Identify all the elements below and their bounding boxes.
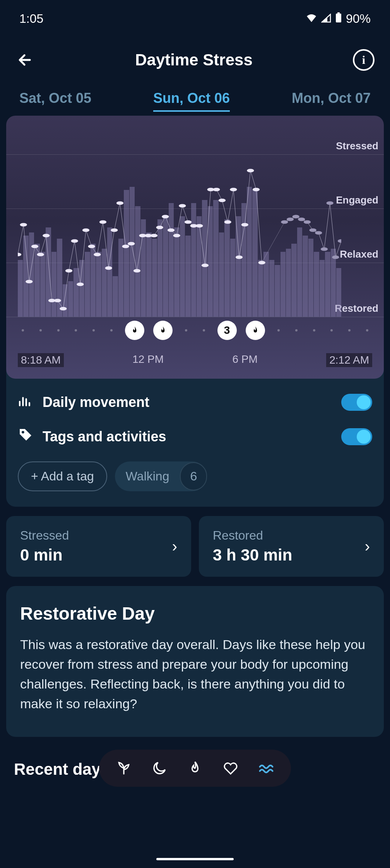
bars-icon	[18, 393, 33, 412]
svg-point-3	[20, 223, 27, 226]
plant-icon[interactable]	[115, 759, 133, 777]
date-tabs: Sat, Oct 05 Sun, Oct 06 Mon, Oct 07	[0, 82, 390, 112]
svg-point-20	[116, 201, 123, 205]
tab-current-day[interactable]: Sun, Oct 06	[153, 82, 230, 112]
svg-point-55	[332, 255, 339, 259]
battery-percent: 90%	[346, 12, 371, 26]
svg-point-14	[82, 228, 89, 232]
stat-label: Stressed	[20, 528, 69, 543]
status-time: 1:05	[19, 12, 43, 26]
tags-activities-toggle[interactable]	[341, 428, 372, 445]
x-tick-1: 12 PM	[132, 353, 164, 367]
tag-icon	[18, 427, 33, 446]
svg-point-7	[43, 234, 50, 237]
svg-point-51	[309, 228, 316, 232]
svg-point-48	[292, 215, 299, 218]
stat-value: 0 min	[20, 546, 69, 564]
svg-point-57	[22, 431, 24, 434]
svg-point-9	[54, 299, 61, 302]
activity-count-badge[interactable]: 3	[217, 321, 237, 340]
svg-point-45	[258, 261, 265, 264]
svg-point-32	[185, 220, 192, 224]
svg-point-31	[179, 204, 186, 207]
svg-point-40	[230, 188, 237, 191]
stress-chart-card: Stressed Engaged Relaxed Restored 3 8:18…	[6, 116, 384, 379]
x-axis: 8:18 AM 12 PM 6 PM 2:12 AM	[18, 353, 372, 367]
svg-point-29	[168, 228, 174, 232]
svg-point-53	[321, 247, 328, 251]
insight-title: Restorative Day	[20, 603, 370, 624]
status-bar: 1:05 90%	[0, 0, 390, 34]
tab-prev-day[interactable]: Sat, Oct 05	[19, 82, 91, 112]
svg-point-12	[71, 239, 78, 243]
bottom-nav	[99, 750, 291, 787]
add-tag-button[interactable]: + Add a tag	[18, 461, 107, 491]
y-label-stressed: Stressed	[336, 140, 378, 152]
svg-point-39	[224, 220, 231, 224]
stat-card-restored[interactable]: Restored 3 h 30 min ›	[199, 516, 384, 577]
stat-label: Restored	[213, 528, 292, 543]
chevron-right-icon: ›	[172, 538, 177, 555]
svg-point-49	[298, 217, 305, 221]
home-indicator[interactable]	[156, 858, 234, 860]
svg-point-56	[338, 239, 341, 243]
waves-icon[interactable]	[257, 759, 275, 777]
svg-point-30	[173, 234, 180, 237]
tags-activities-label: Tags and activities	[43, 429, 166, 445]
moon-icon[interactable]	[150, 759, 169, 777]
insight-body: This was a restorative day overall. Days…	[20, 635, 370, 714]
insight-card: Restorative Day This was a restorative d…	[6, 586, 384, 737]
svg-point-46	[281, 220, 288, 224]
flame-badge-icon[interactable]	[125, 321, 144, 340]
svg-point-23	[133, 269, 140, 272]
svg-point-18	[105, 266, 112, 270]
activity-dots: 3	[22, 321, 368, 340]
svg-point-52	[315, 231, 322, 234]
x-tick-start: 8:18 AM	[18, 353, 64, 367]
y-label-relaxed: Relaxed	[340, 248, 378, 260]
tag-chip-label: Walking	[115, 462, 180, 490]
x-tick-end: 2:12 AM	[326, 353, 372, 367]
svg-point-13	[77, 282, 84, 286]
daily-movement-toggle[interactable]	[341, 394, 372, 411]
svg-point-47	[287, 217, 294, 221]
svg-point-10	[60, 307, 67, 310]
svg-point-6	[37, 253, 44, 256]
stress-chart[interactable]: Stressed Engaged Relaxed Restored	[6, 154, 384, 317]
svg-point-27	[156, 226, 163, 229]
battery-icon	[335, 12, 342, 26]
svg-point-34	[196, 224, 203, 227]
svg-point-2	[18, 253, 21, 256]
svg-point-43	[247, 169, 254, 172]
svg-point-21	[122, 244, 129, 248]
svg-point-38	[219, 198, 226, 202]
page-title: Daytime Stress	[135, 51, 253, 69]
stress-line	[18, 154, 341, 317]
info-button[interactable]: i	[353, 49, 375, 71]
stat-card-stressed[interactable]: Stressed 0 min ›	[6, 516, 191, 577]
svg-rect-0	[336, 14, 341, 22]
chevron-right-icon: ›	[365, 538, 370, 555]
heart-icon[interactable]	[221, 759, 240, 777]
x-tick-2: 6 PM	[232, 353, 257, 367]
flame-icon[interactable]	[186, 759, 204, 777]
svg-point-41	[236, 255, 243, 259]
svg-point-22	[128, 242, 135, 245]
tag-chip-walking[interactable]: Walking 6	[115, 461, 207, 491]
svg-point-50	[304, 220, 311, 224]
svg-point-5	[31, 244, 38, 248]
chart-controls: Daily movement Tags and activities + Add…	[6, 369, 384, 507]
svg-point-42	[241, 223, 248, 226]
svg-point-19	[111, 228, 118, 232]
wifi-icon	[306, 12, 317, 26]
svg-point-54	[326, 201, 333, 205]
svg-point-28	[162, 215, 169, 218]
back-button[interactable]	[15, 50, 35, 70]
svg-point-4	[26, 280, 32, 283]
tab-next-day[interactable]: Mon, Oct 07	[292, 82, 371, 112]
tag-chip-count: 6	[180, 462, 207, 490]
flame-badge-icon[interactable]	[153, 321, 173, 340]
svg-point-35	[202, 263, 209, 267]
svg-point-15	[88, 244, 95, 248]
flame-badge-icon[interactable]	[246, 321, 265, 340]
